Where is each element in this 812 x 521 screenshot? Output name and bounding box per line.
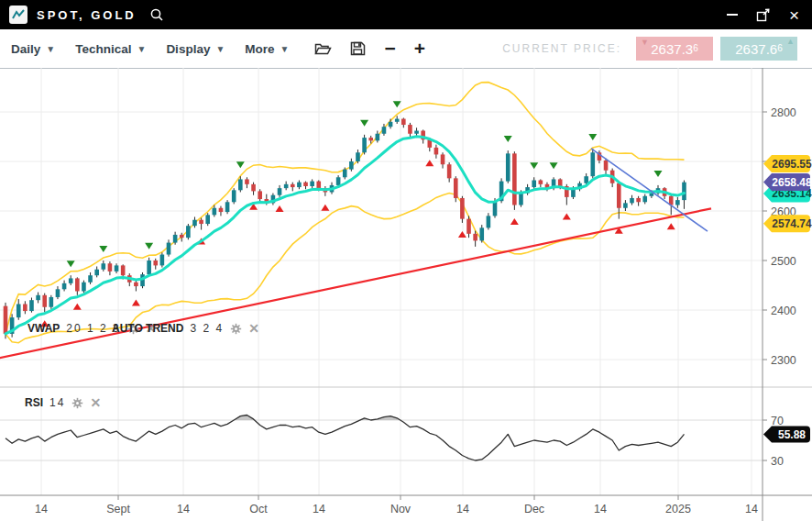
close-button[interactable]: × [789,6,799,24]
buy-marker-icon [321,205,329,211]
svg-text:30: 30 [771,455,784,468]
svg-text:55.88: 55.88 [778,428,806,441]
svg-text:14: 14 [456,503,469,515]
minimize-button[interactable] [727,14,738,16]
sell-marker-icon [236,161,245,168]
price-label-badge: 55.88 [763,427,810,443]
autotrend-remove-icon[interactable]: ✕ [248,323,259,334]
popout-window-button[interactable] [756,8,771,22]
svg-text:2025: 2025 [665,503,691,515]
buy-marker-icon [276,205,284,212]
autotrend-settings-gear-icon[interactable] [230,323,242,335]
sell-marker-icon [504,136,512,142]
svg-text:Oct: Oct [249,503,268,515]
display-dropdown[interactable]: Display ▼ [166,42,225,56]
timeframe-dropdown[interactable]: Daily ▼ [11,42,55,56]
sell-marker-icon [360,120,368,127]
symbol-search-icon[interactable] [149,7,164,22]
buy-marker-icon [563,214,571,220]
svg-text:Sept: Sept [106,503,130,515]
buy-marker-icon [667,223,675,229]
sell-marker-icon [530,162,538,169]
current-price-cluster: CURRENT PRICE: ▼2637.36 2637.66▲ [502,37,805,61]
close-icon: × [789,6,799,24]
trade-signal-markers [40,101,675,327]
sell-marker-icon [654,171,663,177]
chevron-down-icon: ▼ [46,44,55,54]
folder-open-icon [314,41,332,56]
chevron-down-icon: ▼ [280,44,290,54]
svg-text:2695.55: 2695.55 [772,158,812,171]
svg-text:14: 14 [745,503,758,515]
current-price-label: CURRENT PRICE: [502,42,621,55]
svg-text:14: 14 [177,503,190,515]
open-layout-button[interactable] [314,41,332,56]
svg-text:2800: 2800 [771,106,796,119]
svg-text:Dec: Dec [524,503,544,515]
sell-marker-icon [99,246,107,252]
title-bar: SPOT, GOLD × [0,0,812,29]
sell-marker-icon [145,243,153,249]
app-logo-icon [9,6,27,24]
svg-text:14: 14 [594,503,607,515]
floppy-disk-icon [350,41,366,56]
autotrend-indicator-params: 3 2 4 [190,322,224,335]
bid-price-badge: ▼2637.36 [636,37,713,61]
up-arrow-icon: ▲ [786,37,795,46]
svg-text:14: 14 [313,503,325,515]
svg-text:70: 70 [771,415,784,427]
rsi-remove-icon[interactable]: ✕ [90,397,101,408]
svg-text:2300: 2300 [771,354,796,367]
rsi-indicator-params: 14 [49,396,65,409]
buy-marker-icon [458,231,466,238]
minimize-icon [727,14,738,16]
sell-marker-icon [67,260,75,267]
autotrend-indicator-legend: AUTO TREND 3 2 4 ✕ [112,322,259,335]
sell-marker-icon [393,101,401,107]
svg-text:14: 14 [35,503,48,515]
price-label-badge: 2574.74 [763,215,812,232]
svg-text:2500: 2500 [771,255,796,268]
symbol-title: SPOT, GOLD [37,8,137,22]
buy-marker-icon [73,304,82,310]
trading-app-window: SPOT, GOLD × Daily ▼ Technical ▼ Display… [0,0,812,521]
rsi-indicator-name: RSI [25,396,43,409]
bollinger-bands [5,83,684,343]
candlesticks [4,116,686,338]
popout-icon [756,8,771,22]
price-label-badge: 2695.55 [763,155,812,172]
svg-text:2658.48: 2658.48 [772,176,812,189]
chart-toolbar: Daily ▼ Technical ▼ Display ▼ More ▼ − +… [0,29,812,69]
svg-text:2400: 2400 [771,305,796,317]
buy-marker-icon [132,299,140,305]
sell-marker-icon [550,162,558,169]
chevron-down-icon: ▼ [215,44,225,54]
zoom-in-button[interactable]: + [414,39,425,58]
price-label-badge: 2658.48 [763,173,812,191]
buy-marker-icon [425,160,433,166]
svg-text:Nov: Nov [390,503,411,515]
autotrend-indicator-name: AUTO TREND [112,322,183,335]
more-dropdown[interactable]: More ▼ [245,42,289,56]
chart-svg[interactable]: 280027002600250024002300703014Sept14Oct1… [0,68,812,521]
time-axis[interactable]: 14Sept14Oct14Nov14Dec14202514 [35,503,758,515]
rsi-line [5,416,684,461]
svg-text:2574.74: 2574.74 [772,217,812,230]
vwap-indicator-name: VWAP [27,322,60,335]
chevron-down-icon: ▼ [137,44,146,54]
save-layout-button[interactable] [350,41,366,56]
sell-marker-icon [588,134,597,140]
rsi-settings-gear-icon[interactable] [71,397,83,409]
rsi-panel[interactable] [5,416,684,496]
auto-trend-support[interactable] [0,208,711,359]
buy-marker-icon [510,218,519,225]
technical-dropdown[interactable]: Technical ▼ [75,42,146,56]
zoom-out-button[interactable]: − [384,39,395,58]
rsi-indicator-legend: RSI 14 ✕ [25,396,101,409]
ask-price-badge: 2637.66▲ [720,37,797,61]
down-arrow-icon: ▼ [641,38,649,47]
chart-canvas[interactable]: 280027002600250024002300703014Sept14Oct1… [0,68,812,521]
